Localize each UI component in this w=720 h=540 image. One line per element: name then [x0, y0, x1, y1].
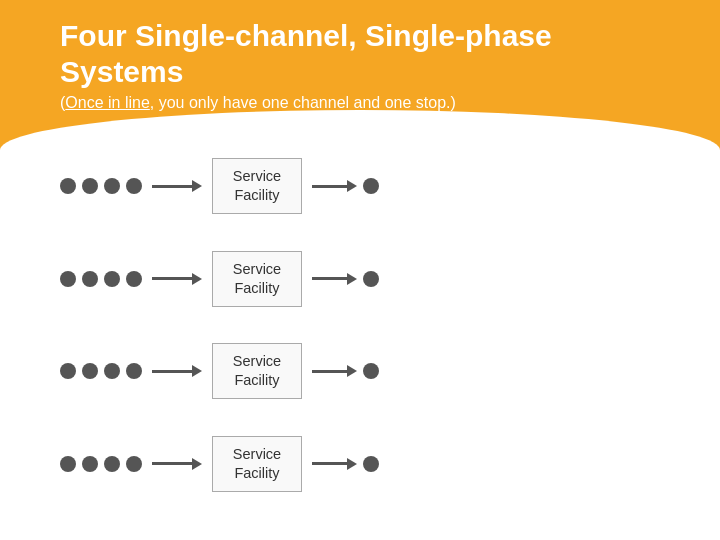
output-arrow-3 [312, 363, 379, 379]
dot [82, 363, 98, 379]
input-arrow-1 [152, 180, 202, 192]
dot [104, 178, 120, 194]
output-arrow-line [312, 462, 347, 465]
output-arrow-2 [312, 271, 379, 287]
dot [126, 271, 142, 287]
output-arrow-head [347, 458, 357, 470]
output-arrow-head [347, 273, 357, 285]
header-area: Four Single-channel, Single-phase System… [60, 18, 660, 112]
output-arrow-1 [312, 178, 379, 194]
arrow-line [152, 185, 192, 188]
input-arrow-4 [152, 458, 202, 470]
output-arrow-line [312, 277, 347, 280]
output-dot-1 [363, 178, 379, 194]
arrow-line [152, 370, 192, 373]
output-arrow-head [347, 180, 357, 192]
output-arrow-head [347, 365, 357, 377]
output-dot-3 [363, 363, 379, 379]
arrow-head [192, 273, 202, 285]
arrow-head [192, 458, 202, 470]
queue-row-1: ServiceFacility [60, 158, 660, 214]
arrow-line [152, 277, 192, 280]
output-arrow-4 [312, 456, 379, 472]
dot [82, 178, 98, 194]
input-arrow-3 [152, 365, 202, 377]
service-facility-1: ServiceFacility [212, 158, 302, 214]
service-facility-3: ServiceFacility [212, 343, 302, 399]
dot [126, 363, 142, 379]
dot [126, 456, 142, 472]
page-title: Four Single-channel, Single-phase System… [60, 18, 660, 90]
waiting-dots-4 [60, 456, 142, 472]
dot [60, 363, 76, 379]
output-dot-2 [363, 271, 379, 287]
service-facility-2: ServiceFacility [212, 251, 302, 307]
output-dot-4 [363, 456, 379, 472]
page-subtitle: (Once in line, you only have one channel… [60, 94, 660, 112]
arrow-line [152, 462, 192, 465]
queue-row-4: ServiceFacility [60, 436, 660, 492]
dot [82, 456, 98, 472]
subtitle-suffix: , you only have one channel and one stop… [150, 94, 456, 111]
waiting-dots-3 [60, 363, 142, 379]
output-arrow-line [312, 185, 347, 188]
queue-row-3: ServiceFacility [60, 343, 660, 399]
dot [104, 456, 120, 472]
dot [60, 456, 76, 472]
output-arrow-line [312, 370, 347, 373]
service-facility-4: ServiceFacility [212, 436, 302, 492]
input-arrow-2 [152, 273, 202, 285]
dot [60, 271, 76, 287]
arrow-head [192, 365, 202, 377]
dot [82, 271, 98, 287]
queue-row-2: ServiceFacility [60, 251, 660, 307]
dot [104, 363, 120, 379]
waiting-dots-1 [60, 178, 142, 194]
arrow-head [192, 180, 202, 192]
dot [60, 178, 76, 194]
dot [104, 271, 120, 287]
waiting-dots-2 [60, 271, 142, 287]
subtitle-underline: Once in line [65, 94, 150, 111]
content-area: ServiceFacility ServiceFacility [60, 130, 660, 520]
dot [126, 178, 142, 194]
